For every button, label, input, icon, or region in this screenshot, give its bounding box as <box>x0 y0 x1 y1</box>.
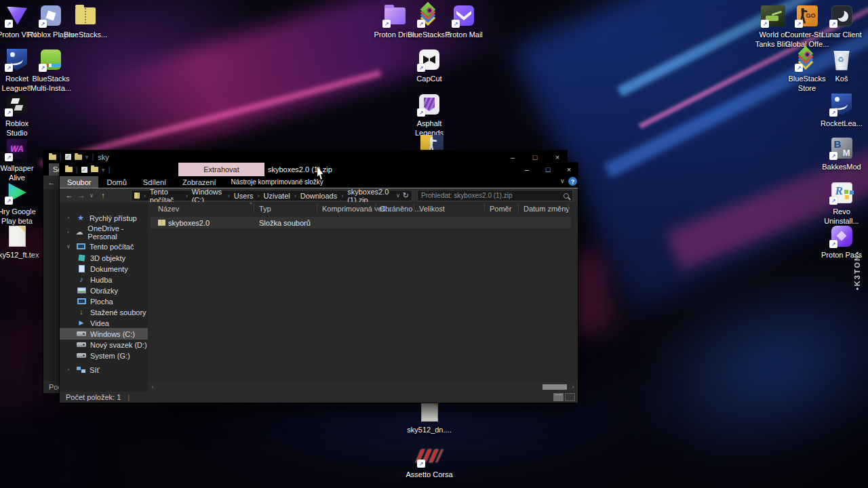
bg-minimize-button[interactable]: – <box>502 150 523 163</box>
sidebar-item-videa[interactable]: ▶Videa <box>60 317 148 329</box>
search-input[interactable] <box>421 192 564 199</box>
new-folder-icon[interactable] <box>75 155 82 160</box>
file-row-skyboxes[interactable]: skyboxes2.0 Složka souborů <box>151 217 571 228</box>
folder-icon[interactable] <box>49 155 56 160</box>
tab-nastroje-komprimovane-slozky[interactable]: Nástroje komprimované složky <box>224 176 330 188</box>
column-divider[interactable] <box>484 203 485 213</box>
shortcut-arrow-icon: ↗ <box>39 20 47 28</box>
tab-zobrazeni[interactable]: Zobrazení <box>174 176 224 188</box>
maximize-button[interactable]: □ <box>538 163 558 176</box>
desktop-icon-sky512-dn[interactable]: sky512_dn.... <box>405 399 454 435</box>
desktop-icon-assetto-corsa[interactable]: ↗ Assetto Corsa <box>405 443 454 480</box>
desktop-icon-sky512-ft[interactable]: sky512_ft.tex <box>0 224 41 260</box>
desktop-icon-asphalt-legends[interactable]: ↗ Asphalt Legends <box>405 92 454 138</box>
sidebar-item-obrazky[interactable]: Obrázky <box>60 285 148 296</box>
breadcrumb-downloads[interactable]: Downloads <box>300 192 337 200</box>
chevron-down-icon[interactable]: ∨ <box>65 243 72 249</box>
chevron-right-icon[interactable]: › <box>65 367 72 373</box>
desktop-icon-bakkesmod[interactable]: ↗ BakkesMod <box>817 136 866 172</box>
address-bar[interactable]: › Tento počítač › Windows (C:) › Users ›… <box>131 190 412 201</box>
forward-button[interactable]: → <box>76 188 87 202</box>
scroll-right-icon[interactable]: › <box>568 384 578 390</box>
desktop-icon-google-play-games[interactable]: ↗ Hry Google Play beta <box>0 180 41 226</box>
back-button[interactable]: ← <box>64 188 75 202</box>
desktop-icon-bluestacks-zip[interactable]: BlueStacks... <box>61 3 110 40</box>
column-divider[interactable] <box>376 203 376 213</box>
breadcrumb-users[interactable]: Users <box>234 192 254 200</box>
column-header-datum-zmeny[interactable]: Datum změny <box>524 203 570 214</box>
tab-soubor[interactable]: Soubor <box>60 176 98 188</box>
column-header-pomer[interactable]: Poměr <box>490 203 511 214</box>
desktop-icon-recycle-bin[interactable]: Koš <box>817 47 866 84</box>
bg-window-titlebar[interactable]: | ▾ | sky <box>43 150 567 163</box>
chevron-right-icon[interactable]: › <box>65 229 71 235</box>
tab-sdileni[interactable]: Sdílení <box>135 176 174 188</box>
desktop-icon-capcut[interactable]: ↗ CapCut <box>405 47 454 84</box>
close-button[interactable]: × <box>559 163 579 176</box>
column-header-velikost[interactable]: Velikost <box>419 203 445 214</box>
bg-close-button[interactable]: × <box>547 150 568 163</box>
desktop-icon-proton-pass[interactable]: ↗ Proton Pass <box>817 224 866 260</box>
sidebar-item-system-g[interactable]: System (G:) <box>60 350 148 361</box>
desktop-icon-roblox-studio[interactable]: ↗ Roblox Studio <box>0 92 41 138</box>
desktop-icon-revo-uninstaller[interactable]: ↗ Revo Uninstall... <box>817 180 866 226</box>
sidebar-item-plocha[interactable]: Plocha <box>60 296 148 307</box>
sidebar-item-dokumenty[interactable]: Dokumenty <box>60 263 148 274</box>
desktop-icon-wallpaper-alive[interactable]: ↗ Wallpaper Alive <box>0 137 41 183</box>
column-divider[interactable] <box>414 203 414 213</box>
ribbon-collapse-icon[interactable]: ∨ <box>560 178 565 184</box>
desktop-icon-bluestacks-multi[interactable]: ↗ BlueStacks Multi-Insta... <box>26 47 75 94</box>
column-header-nazev[interactable]: Název <box>158 203 179 214</box>
chevron-down-icon[interactable]: ▾ <box>85 153 89 161</box>
explorer-window[interactable]: | ▾ | Extrahovat skyboxes2.0 (1).zip – □… <box>60 163 578 403</box>
recent-locations-icon[interactable]: ∨ <box>87 188 96 202</box>
horizontal-scrollbar[interactable]: ‹ › <box>148 382 578 392</box>
bg-back-button[interactable]: ← <box>43 178 55 186</box>
tab-domu[interactable]: Domů <box>98 176 134 188</box>
sidebar-item-novy-svazek-d[interactable]: Nový svazek (D:) <box>60 339 148 350</box>
bg-maximize-button[interactable]: □ <box>525 150 545 163</box>
sidebar-item-rychly-pristup[interactable]: ›★Rychlý přístup <box>60 212 148 224</box>
folder-icon[interactable] <box>65 167 73 172</box>
chevron-down-icon[interactable]: ▾ <box>102 166 105 174</box>
bg-quick-access-toolbar[interactable]: | ▾ | <box>43 153 94 161</box>
refresh-icon[interactable]: ↻ <box>403 191 409 200</box>
up-button[interactable]: ↑ <box>98 188 108 202</box>
sidebar-item-sit[interactable]: ›Síť <box>60 364 148 375</box>
minimize-button[interactable]: – <box>517 163 537 176</box>
details-view-button[interactable] <box>553 393 564 401</box>
sidebar-item-onedrive[interactable]: ›☁OneDrive - Personal <box>60 226 148 238</box>
quick-access-toolbar[interactable]: | ▾ | <box>60 166 110 174</box>
properties-icon[interactable] <box>65 154 71 160</box>
breadcrumb-zip[interactable]: skyboxes2.0 (1).zip <box>347 188 393 204</box>
column-header-typ[interactable]: Typ <box>259 203 271 214</box>
scroll-left-icon[interactable]: ‹ <box>148 384 157 390</box>
desktop-icon-proton-mail[interactable]: ↗ Proton Mail <box>439 3 488 40</box>
thumbnail-view-button[interactable] <box>565 393 575 401</box>
extract-contextual-header[interactable]: Extrahovat <box>178 163 264 176</box>
breadcrumb-uzivatel[interactable]: Uzivatel <box>264 192 290 200</box>
sidebar-item-stazene-soubory[interactable]: ↓Stažené soubory <box>60 306 148 318</box>
desktop-icon-lunar-client[interactable]: ↗ Lunar Client <box>817 3 866 40</box>
sidebar-item-windows-c[interactable]: Windows (C:) <box>60 328 148 340</box>
sidebar-item-tento-pocitac[interactable]: ∨Tento počítač <box>60 241 148 252</box>
sidebar-item-hudba[interactable]: ♪Hudba <box>60 274 148 285</box>
properties-icon[interactable] <box>81 167 87 173</box>
column-header-chraneno[interactable]: Chráněno ... <box>380 203 421 214</box>
new-folder-icon[interactable] <box>91 167 98 172</box>
column-divider[interactable] <box>568 203 569 213</box>
desktop-icon-rocket-league-2[interactable]: ↗ RocketLea... <box>817 92 866 129</box>
address-dropdown-icon[interactable]: ∨ <box>396 192 400 199</box>
breadcrumb-windows-c[interactable]: Windows (C:) <box>192 188 224 204</box>
scrollbar-thumb[interactable] <box>542 384 567 390</box>
chevron-right-icon[interactable]: › <box>65 215 72 221</box>
shortcut-arrow-icon: ↗ <box>795 20 803 28</box>
column-divider[interactable] <box>254 203 254 213</box>
breadcrumb-tento-pocitac[interactable]: Tento počítač <box>150 188 182 204</box>
sidebar-item-3d-objekty[interactable]: 3D objekty <box>60 252 148 264</box>
search-icon[interactable] <box>564 193 569 199</box>
column-divider[interactable] <box>317 203 317 213</box>
search-box[interactable] <box>417 190 573 201</box>
column-divider[interactable] <box>518 203 519 213</box>
help-icon[interactable]: ? <box>568 177 577 186</box>
